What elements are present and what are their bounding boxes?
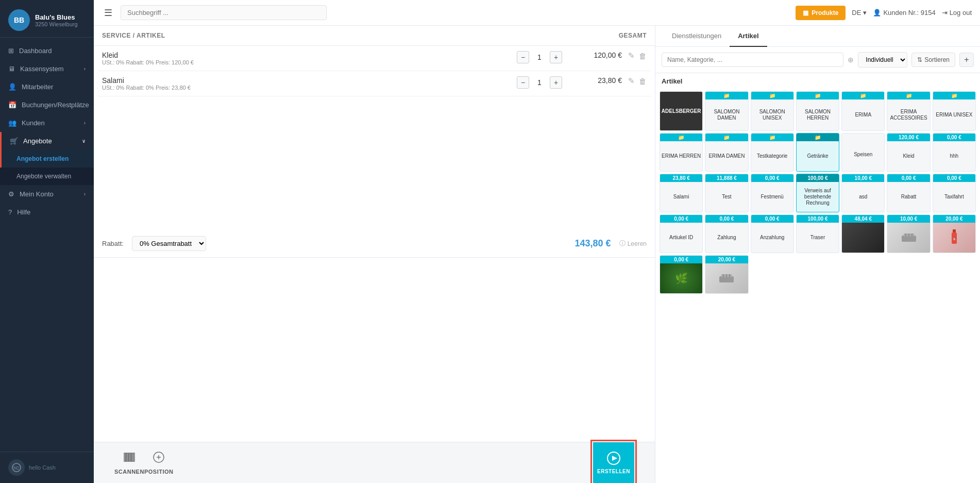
sidebar-footer: hC hello Cash: [0, 452, 94, 483]
product-price: 20,00 €: [933, 215, 975, 223]
product-card[interactable]: 📁 ERIMA HERREN: [660, 133, 703, 172]
product-card[interactable]: 📁 ERIMA UNISEX: [933, 91, 976, 131]
barcode-icon: [123, 451, 136, 467]
product-card[interactable]: 20,00 € 🥤: [933, 214, 976, 253]
sort-button[interactable]: ⇅ Sortieren: [911, 53, 955, 67]
produkte-button[interactable]: ▦ Produkte: [796, 6, 846, 20]
edit-item-button[interactable]: ✎: [628, 51, 635, 60]
sidebar-item-dashboard[interactable]: ⊞ Dashboard: [0, 42, 94, 60]
product-card[interactable]: 0,00 € Taxifahrt: [933, 174, 976, 212]
product-card[interactable]: 0,00 € Festmenü: [751, 174, 794, 212]
menu-toggle-button[interactable]: ☰: [102, 5, 114, 21]
product-card[interactable]: 0,00 € hhh: [933, 133, 976, 172]
order-panel: SERVICE / ARTIKEL GESAMT Kleid USt.: 0% …: [94, 26, 655, 483]
product-card[interactable]: 10,00 €: [887, 214, 930, 253]
angebote-submenu: Angebot erstellen Angebote verwalten: [0, 150, 94, 185]
qty-increase-button[interactable]: +: [550, 76, 562, 89]
product-price: 48,04 €: [842, 215, 884, 223]
sidebar-item-mitarbeiter[interactable]: 👤 Mitarbeiter: [0, 78, 94, 96]
svg-rect-9: [133, 453, 134, 461]
product-card[interactable]: 0,00 € Artiukel ID: [660, 214, 703, 253]
product-name: Rabatt: [901, 194, 916, 200]
product-price: 100,00 €: [797, 215, 839, 223]
chevron-right-icon: ›: [84, 120, 86, 126]
product-card[interactable]: 10,00 € asd: [841, 174, 885, 212]
product-card[interactable]: 📁 SALOMON HERREN: [796, 91, 839, 131]
sidebar-item-kunden[interactable]: 👥 Kunden ›: [0, 114, 94, 132]
sidebar-item-buchungen[interactable]: 📅 Buchungen/Restplätze ›: [0, 96, 94, 114]
sidebar-item-angebot-erstellen[interactable]: Angebot erstellen: [0, 150, 94, 168]
product-card[interactable]: 0,00 € Anzahlung: [751, 214, 794, 253]
product-card[interactable]: 100,00 € Traser: [796, 214, 839, 253]
kassensystem-icon: 🖥: [8, 65, 15, 73]
main-content: ☰ ▦ Produkte DE ▾ 👤 Kunden Nr.: 9154 ⇥ L…: [94, 0, 980, 483]
leeren-button[interactable]: ⓘ Leeren: [619, 239, 647, 248]
product-name: Testkategorie: [757, 153, 787, 159]
sidebar-item-angebote[interactable]: 🛒 Angebote ∨: [0, 132, 94, 150]
order-item: Kleid USt.: 0% Rabatt: 0% Preis: 120,00 …: [98, 46, 651, 71]
product-name: Taxifahrt: [944, 194, 964, 200]
folder-badge: 📁: [660, 134, 702, 141]
logo-avatar: BB: [8, 9, 30, 31]
product-name: SALOMON HERREN: [798, 109, 837, 121]
sidebar-item-kassensystem[interactable]: 🖥 Kassensystem ›: [0, 60, 94, 78]
company-name: Balu's Blues: [35, 13, 78, 21]
erstellen-button[interactable]: ERSTELLEN: [593, 442, 634, 484]
language-selector[interactable]: DE ▾: [852, 9, 867, 16]
sidebar-item-angebote-verwalten[interactable]: Angebote verwalten: [0, 168, 94, 185]
product-name: ADELSBERGER: [660, 106, 703, 116]
product-card[interactable]: ADELSBERGER: [660, 91, 703, 131]
product-card[interactable]: 📁 SALOMON DAMEN: [705, 91, 748, 131]
product-card[interactable]: 48,04 €: [841, 214, 885, 253]
product-card[interactable]: 📁 ERIMA: [841, 91, 885, 131]
product-card[interactable]: 120,00 € Kleid: [887, 133, 930, 172]
item-name: Salami: [102, 76, 509, 85]
product-name: Kleid: [903, 153, 914, 159]
tab-dienstleistungen[interactable]: Dienstleistungen: [664, 26, 730, 47]
discount-select[interactable]: 0% Gesamtrabatt: [132, 236, 206, 251]
product-name: Zahlung: [717, 235, 736, 241]
folder-badge: 📁: [887, 92, 930, 99]
product-price: 0,00 €: [887, 174, 930, 182]
sidebar-item-mein-konto[interactable]: ⚙ Mein Konto ›: [0, 185, 94, 203]
product-card[interactable]: 📁 ERIMA DAMEN: [705, 133, 748, 172]
tab-artikel[interactable]: Artikel: [730, 26, 767, 47]
product-filter-select[interactable]: Individuell: [858, 52, 907, 68]
delete-item-button[interactable]: 🗑: [639, 77, 647, 86]
add-product-button[interactable]: +: [959, 53, 974, 67]
product-card[interactable]: 0,00 € Rabatt: [887, 174, 930, 212]
product-card[interactable]: 📁 Getränke: [796, 133, 839, 172]
delete-item-button[interactable]: 🗑: [639, 52, 647, 60]
product-card[interactable]: 0,00 € 🌿: [660, 255, 703, 294]
buchungen-icon: 📅: [8, 101, 16, 109]
product-card[interactable]: 📁 Testkategorie: [751, 133, 794, 172]
position-button[interactable]: POSITION: [144, 451, 174, 475]
product-card[interactable]: 23,80 € Salami: [660, 174, 703, 212]
chevron-right-icon: ›: [84, 191, 86, 197]
sidebar-item-hilfe[interactable]: ? Hilfe: [0, 203, 94, 221]
product-name: ERIMA HERREN: [662, 153, 701, 159]
search-input[interactable]: [121, 5, 327, 20]
product-name: ERIMA UNISEX: [936, 112, 972, 118]
product-grid: ADELSBERGER 📁 SALOMON DAMEN 📁 SALOMON UN…: [655, 89, 980, 483]
product-name: Getränke: [807, 153, 828, 159]
product-card[interactable]: 0,00 € Zahlung: [705, 214, 748, 253]
product-card[interactable]: 📁 SALOMON UNISEX: [751, 91, 794, 131]
product-card[interactable]: Speisen: [841, 133, 885, 172]
qty-increase-button[interactable]: +: [550, 51, 562, 63]
folder-badge: 📁: [842, 92, 884, 99]
qty-decrease-button[interactable]: −: [517, 76, 529, 89]
edit-item-button[interactable]: ✎: [628, 76, 635, 86]
product-card[interactable]: 20,00 €: [705, 255, 748, 294]
product-search-input[interactable]: [662, 53, 843, 67]
qty-value: 1: [533, 78, 546, 87]
produkte-icon: ▦: [803, 9, 808, 16]
product-card[interactable]: 100,00 € Verweis auf bestehende Rechnung: [796, 174, 839, 212]
qty-decrease-button[interactable]: −: [517, 51, 529, 63]
scannen-button[interactable]: SCANNEN: [114, 451, 144, 475]
logout-button[interactable]: ⇥ Log out: [942, 9, 972, 16]
svg-rect-4: [127, 453, 128, 461]
product-card[interactable]: 📁 ERIMA ACCESSOIRES: [887, 91, 930, 131]
product-card[interactable]: 11,888 € Test: [705, 174, 748, 212]
kunden-number: 👤 Kunden Nr.: 9154: [873, 9, 935, 16]
